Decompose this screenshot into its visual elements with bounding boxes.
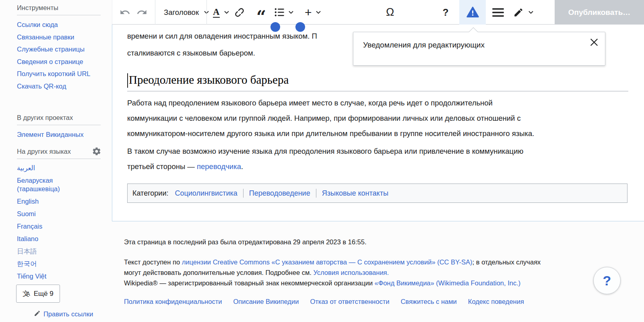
edit-links-label[interactable]: Править ссылки bbox=[43, 310, 93, 318]
chevron-down-icon bbox=[528, 11, 533, 14]
gear-icon[interactable] bbox=[92, 147, 101, 156]
language-link-belarusian[interactable]: Беларуская (тарашкевіца) bbox=[17, 177, 60, 192]
language-link-korean[interactable]: 한국어 bbox=[17, 260, 37, 267]
list-item: Получить короткий URL bbox=[17, 69, 91, 78]
list-item: Сведения о странице bbox=[17, 57, 91, 66]
paragraph-style-dropdown[interactable]: Заголовок bbox=[161, 0, 212, 25]
help-button[interactable]: ? bbox=[438, 0, 454, 25]
sidebar: Инструменты Ссылки сюда Связанные правки… bbox=[0, 0, 112, 322]
categories-label: Категории: bbox=[132, 189, 168, 198]
edit-interlanguage-links[interactable]: Править ссылки bbox=[34, 310, 93, 318]
feature-dot-icon bbox=[270, 22, 280, 32]
article-partial-paragraph: времени и сил для овладения иностранным … bbox=[127, 28, 317, 62]
pencil-icon bbox=[513, 7, 524, 18]
disclaimer-link[interactable]: Отказ от ответственности bbox=[310, 298, 389, 305]
editor-notices-button[interactable] bbox=[459, 0, 486, 25]
redo-button[interactable] bbox=[136, 0, 148, 25]
categories-bar: Категории: Социолингвистика Переводоведе… bbox=[127, 184, 627, 203]
publish-button[interactable]: Опубликовать… bbox=[555, 0, 644, 25]
list-item: Скачать QR-код bbox=[17, 82, 91, 91]
editing-mode-dropdown[interactable] bbox=[513, 0, 533, 25]
paragraph-line: сталкиваются с языковым барьером. bbox=[127, 45, 317, 62]
list-item: Служебные страницы bbox=[17, 45, 91, 54]
license-text-part: Wikipedia® — зарегистрированный товарный… bbox=[124, 279, 374, 287]
about-wikipedia-link[interactable]: Описание Википедии bbox=[233, 298, 299, 305]
other-projects-section: В других проектах Элемент Викиданных bbox=[17, 114, 101, 142]
language-icon: 文А bbox=[23, 289, 30, 298]
sidebar-item-page-info[interactable]: Сведения о странице bbox=[17, 58, 83, 65]
sidebar-item-short-url[interactable]: Получить короткий URL bbox=[17, 70, 90, 77]
undo-button[interactable] bbox=[119, 0, 131, 25]
contact-link[interactable]: Свяжитесь с нами bbox=[400, 298, 456, 305]
sidebar-item-special-pages[interactable]: Служебные страницы bbox=[17, 45, 85, 53]
list-item: Элемент Викиданных bbox=[17, 130, 91, 139]
other-projects-list: Элемент Викиданных bbox=[17, 130, 91, 139]
paragraph-line: времени и сил для овладения иностранным … bbox=[127, 28, 317, 45]
category-link[interactable]: Переводоведение bbox=[249, 189, 310, 198]
paragraph-line: коммуникатором-носителем другого языка и… bbox=[127, 126, 534, 141]
wikimedia-foundation-link[interactable]: «Фонд Викимедиа» (Wikimedia Foundation, … bbox=[374, 279, 520, 287]
sidebar-item-qr-code[interactable]: Скачать QR-код bbox=[17, 83, 66, 90]
toolbar-divider bbox=[155, 0, 155, 25]
category-link[interactable]: Языковые контакты bbox=[322, 189, 388, 198]
language-link-english[interactable]: English bbox=[17, 198, 39, 205]
languages-section: На других языках العربية Беларуская (тар… bbox=[17, 148, 101, 285]
language-link-french[interactable]: Français bbox=[17, 223, 42, 230]
language-link-japanese[interactable]: 日本語 bbox=[17, 248, 37, 255]
other-projects-header: В других проектах bbox=[17, 114, 101, 125]
privacy-policy-link[interactable]: Политика конфиденциальности bbox=[124, 298, 222, 305]
floating-help-button[interactable]: ? bbox=[593, 267, 621, 294]
more-languages-button[interactable]: 文А Ещё 9 bbox=[16, 285, 60, 303]
redo-icon bbox=[136, 7, 147, 18]
category-divider bbox=[243, 189, 244, 198]
language-link-italian[interactable]: Italiano bbox=[17, 235, 38, 242]
sidebar-item-related-changes[interactable]: Связанные правки bbox=[17, 33, 74, 41]
terms-of-use-link[interactable]: Условия использования. bbox=[313, 269, 389, 276]
list-item: 日本語 bbox=[17, 247, 91, 256]
link-button[interactable] bbox=[231, 0, 248, 25]
footer-links: Политика конфиденциальности Описание Вик… bbox=[124, 298, 524, 305]
bullet-list-icon bbox=[274, 7, 285, 18]
text-style-icon: A bbox=[213, 7, 220, 18]
language-link-vietnamese[interactable]: Tiếng Việt bbox=[17, 272, 46, 280]
pencil-icon bbox=[34, 310, 41, 318]
warning-triangle-icon bbox=[466, 6, 479, 19]
license-text-part: ; в отдельных случаях bbox=[473, 258, 541, 266]
close-icon[interactable] bbox=[590, 38, 599, 47]
undo-icon bbox=[120, 7, 130, 18]
languages-header: На других языках bbox=[17, 148, 101, 159]
translator-link[interactable]: переводчика bbox=[197, 162, 241, 171]
blockquote-button[interactable]: “ bbox=[253, 0, 269, 25]
page: Инструменты Ссылки сюда Связанные правки… bbox=[0, 0, 644, 322]
language-link-finnish[interactable]: Suomi bbox=[17, 210, 36, 217]
list-item: Связанные правки bbox=[17, 33, 91, 42]
license-line: могут действовать дополнительные условия… bbox=[124, 267, 541, 278]
paragraph-line: Работа над преодолением языкового барьер… bbox=[127, 95, 534, 111]
section-heading: Преодоление языкового барьера bbox=[127, 71, 628, 91]
list-item: Suomi bbox=[17, 210, 91, 218]
list-item: Ссылки сюда bbox=[17, 20, 91, 29]
sidebar-item-wikidata[interactable]: Элемент Викиданных bbox=[17, 131, 84, 138]
editor-notices-popup: Уведомления для редактирующих bbox=[353, 32, 605, 66]
editor-toolbar: Заголовок A “ + Ω ? bbox=[112, 0, 644, 25]
plus-icon: + bbox=[305, 6, 312, 19]
tools-section: Инструменты Ссылки сюда Связанные правки… bbox=[17, 4, 101, 94]
paragraph-line: коммуникации с человеком или группой люд… bbox=[127, 111, 534, 126]
language-link-arabic[interactable]: العربية bbox=[17, 164, 35, 171]
chevron-down-icon bbox=[289, 11, 293, 14]
license-line: Wikipedia® — зарегистрированный товарный… bbox=[124, 278, 541, 288]
article-paragraph: Работа над преодолением языкового барьер… bbox=[127, 95, 534, 141]
code-of-conduct-link[interactable]: Кодекс поведения bbox=[468, 298, 524, 305]
cc-license-link[interactable]: лицензии Creative Commons «С указанием а… bbox=[182, 258, 473, 266]
list-structure-dropdown[interactable] bbox=[274, 0, 293, 25]
list-item: Tiếng Việt bbox=[17, 272, 91, 281]
special-character-button[interactable]: Ω bbox=[383, 0, 397, 25]
sidebar-item-what-links-here[interactable]: Ссылки сюда bbox=[17, 21, 58, 28]
category-link[interactable]: Социолингвистика bbox=[175, 189, 237, 198]
license-text: Текст доступен по лицензии Creative Comm… bbox=[124, 257, 541, 288]
text-style-dropdown[interactable]: A bbox=[213, 0, 229, 25]
question-mark-icon: ? bbox=[603, 273, 611, 289]
insert-dropdown[interactable]: + bbox=[305, 0, 321, 25]
languages-list: العربية Беларуская (тарашкевіца) English… bbox=[17, 164, 91, 281]
page-options-menu-button[interactable] bbox=[489, 0, 507, 25]
